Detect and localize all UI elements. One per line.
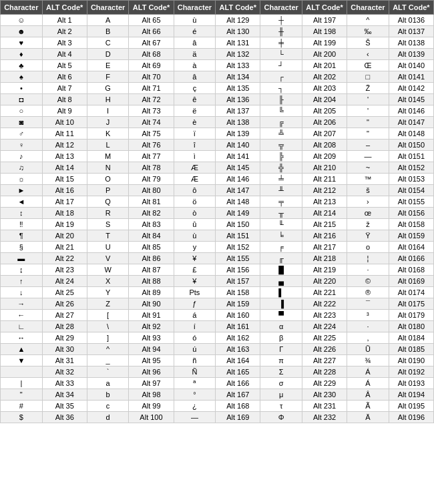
altcode-cell: Alt 92 — [129, 321, 174, 332]
altcode-cell: Alt 12 — [42, 140, 87, 151]
column-header: Character — [87, 1, 129, 15]
character-cell: a — [87, 378, 129, 389]
altcode-cell: Alt 0184 — [389, 332, 433, 344]
altcode-cell: Alt 217 — [302, 242, 347, 253]
altcode-cell: Alt 208 — [302, 140, 347, 151]
character-cell: ╨ — [260, 185, 302, 196]
column-header: Character — [174, 1, 216, 15]
character-cell: ♪ — [1, 151, 43, 162]
altcode-cell: Alt 0155 — [389, 196, 433, 208]
character-cell: \ — [87, 321, 129, 332]
character-cell: ^ — [87, 344, 129, 355]
character-cell: O — [87, 174, 129, 185]
character-cell: – — [347, 140, 389, 151]
altcode-cell: Alt 197 — [302, 15, 347, 26]
character-cell: ↔ — [1, 332, 43, 344]
character-cell: ì — [174, 151, 216, 162]
altcode-cell: Alt 149 — [216, 208, 260, 219]
altcode-cell: Alt 140 — [216, 140, 260, 151]
altcode-cell: Alt 198 — [302, 26, 347, 37]
altcode-cell: Alt 228 — [302, 366, 347, 378]
altcode-cell: Alt 24 — [42, 276, 87, 287]
altcode-cell: Alt 219 — [302, 264, 347, 276]
altcode-cell: Alt 161 — [216, 321, 260, 332]
character-cell: ♫ — [1, 162, 43, 174]
character-cell: ┘ — [260, 60, 302, 71]
character-cell: ╓ — [260, 253, 302, 264]
character-cell: ] — [87, 332, 129, 344]
altcode-cell: Alt 167 — [216, 389, 260, 401]
altcode-cell: Alt 20 — [42, 230, 87, 242]
altcode-cell: Alt 168 — [216, 401, 260, 412]
table-row: ♣Alt 5EAlt 69àAlt 133┘Alt 201ŒAlt 0140 — [1, 60, 434, 71]
altcode-cell: Alt 0151 — [389, 151, 433, 162]
character-cell: ┼ — [260, 15, 302, 26]
altcode-cell: Alt 133 — [216, 60, 260, 71]
altcode-cell: Alt 68 — [129, 49, 174, 60]
character-cell: b — [87, 389, 129, 401]
character-cell: Z — [87, 298, 129, 310]
character-cell: ╤ — [260, 196, 302, 208]
altcode-cell: Alt 99 — [129, 401, 174, 412]
altcode-cell: Alt 158 — [216, 287, 260, 298]
character-cell: ╥ — [260, 208, 302, 219]
altcode-cell: Alt 3 — [42, 37, 87, 49]
character-cell: ¶ — [1, 230, 43, 242]
altcode-cell: Alt 0156 — [389, 208, 433, 219]
character-cell: · — [347, 321, 389, 332]
altcode-cell: Alt 137 — [216, 105, 260, 117]
altcode-cell: Alt 33 — [42, 378, 87, 389]
character-cell: ç — [174, 83, 216, 94]
table-row: $Alt 36dAlt 100—Alt 169ΦAlt 232ÄAlt 0196 — [1, 412, 434, 423]
character-cell: ▲ — [1, 344, 43, 355]
altcode-cell: Alt 36 — [42, 412, 87, 423]
character-cell: L — [87, 140, 129, 151]
altcode-cell: Alt 0164 — [389, 242, 433, 253]
character-cell: $ — [1, 412, 43, 423]
altcode-cell: Alt 0141 — [389, 71, 433, 83]
character-cell: £ — [174, 264, 216, 276]
altcode-cell: Alt 220 — [302, 276, 347, 287]
altcode-cell: Alt 79 — [129, 174, 174, 185]
table-row: ◙Alt 10JAlt 74èAlt 138╔Alt 206"Alt 0147 — [1, 117, 434, 128]
altcode-cell: Alt 206 — [302, 117, 347, 128]
character-cell: â — [174, 37, 216, 49]
character-cell: C — [87, 37, 129, 49]
character-cell: d — [87, 412, 129, 423]
character-cell: ž — [347, 219, 389, 230]
character-cell: τ — [260, 401, 302, 412]
character-cell: Á — [347, 378, 389, 389]
character-cell: ƒ — [174, 298, 216, 310]
altcode-cell: Alt 212 — [302, 185, 347, 196]
altcode-cell: Alt 82 — [129, 208, 174, 219]
character-cell: ñ — [174, 355, 216, 366]
altcode-cell: Alt 26 — [42, 298, 87, 310]
character-cell: _ — [87, 355, 129, 366]
character-cell: Q — [87, 196, 129, 208]
character-cell: ë — [174, 105, 216, 117]
character-cell: ╩ — [260, 128, 302, 140]
character-cell: Â — [347, 389, 389, 401]
altcode-cell: Alt 163 — [216, 344, 260, 355]
character-cell: y — [174, 242, 216, 253]
altcode-cell: Alt 70 — [129, 71, 174, 83]
character-cell: ¯ — [347, 298, 389, 310]
character-cell: P — [87, 185, 129, 196]
altcode-cell: Alt 66 — [129, 26, 174, 37]
character-cell: N — [87, 162, 129, 174]
altcode-cell: Alt 209 — [302, 151, 347, 162]
altcode-cell: Alt 216 — [302, 230, 347, 242]
character-cell: § — [1, 242, 43, 253]
character-cell: W — [87, 264, 129, 276]
character-cell: R — [87, 208, 129, 219]
altcode-cell: Alt 165 — [216, 366, 260, 378]
character-cell: ` — [87, 366, 129, 378]
table-row: ↓Alt 25YAlt 89PtsAlt 158▌Alt 221®Alt 017… — [1, 287, 434, 298]
altcode-cell: Alt 0139 — [389, 49, 433, 60]
character-cell: ' — [347, 94, 389, 105]
table-row: ♠Alt 6FAlt 70âAlt 134┌Alt 202□Alt 0141 — [1, 71, 434, 83]
character-cell: Œ — [347, 60, 389, 71]
column-header: ALT Code* — [302, 1, 347, 15]
altcode-cell: Alt 0142 — [389, 83, 433, 94]
altcode-cell: Alt 88 — [129, 276, 174, 287]
